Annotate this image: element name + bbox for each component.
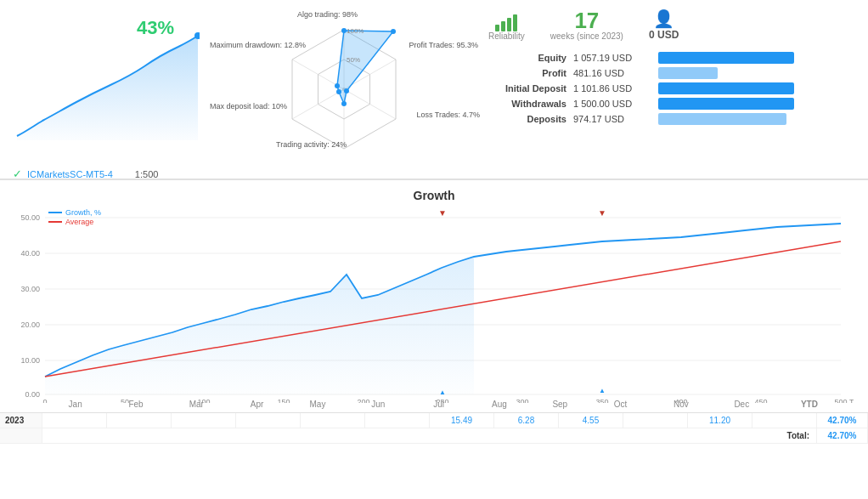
svg-point-16 xyxy=(335,83,340,88)
ytd-header: YTD xyxy=(772,400,823,409)
svg-text:▲: ▲ xyxy=(599,387,606,394)
stat-value-3: 1 500.00 USD xyxy=(573,99,658,109)
svg-text:30.00: 30.00 xyxy=(20,285,40,293)
total-row: Total: 42.70% xyxy=(0,428,868,444)
stat-bar-container-3 xyxy=(658,97,855,111)
radar-label-algo: Algo trading: 98% xyxy=(297,10,358,19)
jun-val xyxy=(365,413,430,428)
stats-section: Reliability 17 weeks (since 2023) 👤 0 US… xyxy=(488,9,855,170)
svg-point-14 xyxy=(341,101,347,106)
total-label: Total: xyxy=(42,428,817,443)
sep-val: 4.55 xyxy=(559,413,623,428)
stat-value-4: 974.17 USD xyxy=(573,114,658,124)
growth-section: Growth 50.00 40.00 30.00 20.00 10.00 0.0… xyxy=(0,179,868,409)
total-spacer xyxy=(0,428,42,443)
usd-box: 👤 0 USD xyxy=(649,9,679,41)
month-apr: Apr xyxy=(227,400,287,409)
svg-point-12 xyxy=(391,29,396,34)
growth-percent: 43% xyxy=(137,17,174,39)
svg-text:Growth, %: Growth, % xyxy=(65,208,101,217)
stat-label-4: Deposits xyxy=(488,114,573,124)
svg-point-15 xyxy=(336,89,341,94)
stat-value-0: 1 057.19 USD xyxy=(573,53,658,63)
stat-row-4: Deposits 974.17 USD xyxy=(488,112,855,126)
rel-bar-3 xyxy=(507,18,511,31)
stat-label-2: Initial Deposit xyxy=(488,83,573,94)
stat-value-1: 481.16 USD xyxy=(573,68,658,78)
svg-text:10.00: 10.00 xyxy=(20,356,40,365)
stat-bar-container-4 xyxy=(658,112,855,126)
svg-text:▼: ▼ xyxy=(598,208,606,218)
stat-bar-4 xyxy=(658,113,786,125)
svg-text:100%: 100% xyxy=(347,27,364,35)
svg-text:40.00: 40.00 xyxy=(20,249,40,258)
stat-row-2: Initial Deposit 1 101.86 USD xyxy=(488,82,855,95)
svg-text:50.00: 50.00 xyxy=(20,213,40,222)
stat-bar-3 xyxy=(658,98,794,110)
month-jan: Jan xyxy=(45,400,105,409)
radar-label-loss: Loss Trades: 4.7% xyxy=(416,111,480,119)
month-jun: Jun xyxy=(348,400,409,409)
month-dec: Dec xyxy=(712,400,772,409)
svg-point-13 xyxy=(344,88,349,94)
weeks-since: weeks (since 2023) xyxy=(550,31,623,41)
nov-val: 11.20 xyxy=(688,413,752,428)
month-nov: Nov xyxy=(651,400,711,409)
check-icon: ✓ xyxy=(13,167,22,180)
ytd-val: 42.70% xyxy=(817,413,868,428)
stat-bar-container-2 xyxy=(658,82,855,95)
rel-bar-4 xyxy=(513,14,517,31)
stat-row-1: Profit 481.16 USD xyxy=(488,66,855,80)
month-oct: Oct xyxy=(590,400,651,409)
stat-value-2: 1 101.86 USD xyxy=(573,83,658,94)
data-row-2023: 2023 15.49 6.28 4.55 11.20 42.70% xyxy=(0,413,868,428)
svg-text:0.00: 0.00 xyxy=(25,390,40,399)
growth-title: Growth xyxy=(13,189,855,202)
svg-text:20.00: 20.00 xyxy=(20,320,40,329)
aug-val: 6.28 xyxy=(494,413,559,428)
bottom-table: 2023 15.49 6.28 4.55 11.20 42.70% Total:… xyxy=(0,412,868,444)
stat-rows: Equity 1 057.19 USD Profit 481.16 USD In… xyxy=(488,51,855,128)
svg-rect-50 xyxy=(48,221,62,223)
month-may: May xyxy=(287,400,347,409)
month-labels: Jan Feb Mar Apr May Jun Jul Aug Sep Oct … xyxy=(13,400,855,409)
svg-text:▼: ▼ xyxy=(438,208,447,218)
usd-value: 0 USD xyxy=(649,29,679,41)
month-sep: Sep xyxy=(530,400,590,409)
may-val xyxy=(301,413,365,428)
jul-val: 15.49 xyxy=(430,413,494,428)
reliability-bars xyxy=(495,14,517,31)
stat-bar-1 xyxy=(658,67,718,79)
month-aug: Aug xyxy=(469,400,529,409)
dec-val xyxy=(752,413,817,428)
apr-val xyxy=(236,413,301,428)
oct-val xyxy=(623,413,688,428)
stat-bar-container-1 xyxy=(658,66,855,80)
stat-label-1: Profit xyxy=(488,68,573,78)
month-jul: Jul xyxy=(409,400,469,409)
total-val: 42.70% xyxy=(817,428,868,443)
radar-label-deposit: Max deposit load: 10% xyxy=(210,102,287,111)
svg-text:50%: 50% xyxy=(347,56,360,64)
rel-bar-1 xyxy=(495,25,499,31)
year-cell: 2023 xyxy=(0,413,42,428)
weeks-box: 17 weeks (since 2023) xyxy=(550,9,623,41)
stat-label-3: Withdrawals xyxy=(488,99,573,109)
stats-top: Reliability 17 weeks (since 2023) 👤 0 US… xyxy=(488,9,855,41)
stat-bar-2 xyxy=(658,82,794,94)
broker-info: ✓ ICMarketsSC-MT5-4 1:500 xyxy=(13,167,200,180)
svg-rect-48 xyxy=(48,212,62,213)
stat-row-0: Equity 1 057.19 USD xyxy=(488,51,855,65)
svg-text:▲: ▲ xyxy=(439,388,446,396)
svg-text:500: 500 xyxy=(834,398,847,403)
broker-name: ICMarketsSC-MT5-4 xyxy=(27,169,113,179)
reliability-box: Reliability xyxy=(488,14,525,41)
feb-val xyxy=(107,413,172,428)
jan-val xyxy=(42,413,107,428)
leverage: 1:500 xyxy=(135,169,159,179)
radar-label-profit: Profit Trades: 95.3% xyxy=(409,41,478,49)
usd-icon: 👤 xyxy=(653,9,674,29)
reliability-label: Reliability xyxy=(488,31,525,41)
stat-bar-container-0 xyxy=(658,51,855,65)
radar-chart: 100% 50% Algo trading: 98% Profit Trades… xyxy=(208,9,480,170)
